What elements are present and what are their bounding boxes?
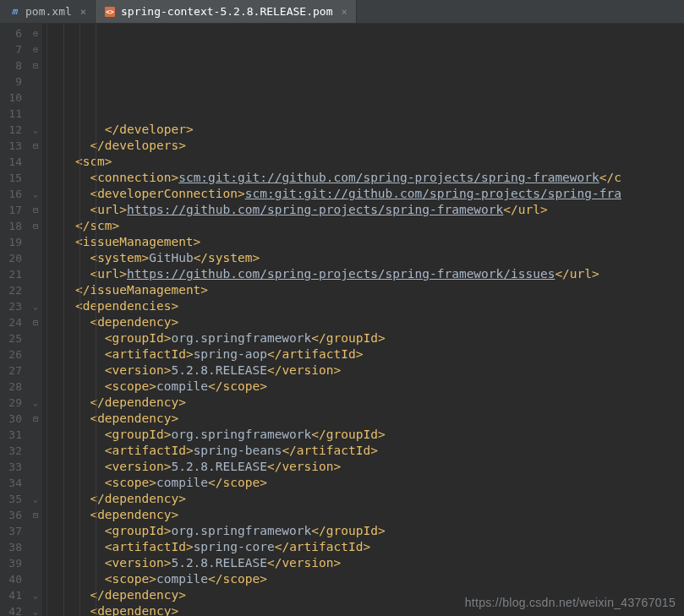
pom-file-icon: <>: [104, 6, 116, 18]
tab-pom-xml[interactable]: m pom.xml ×: [0, 0, 96, 23]
watermark-text: https://blog.csdn.net/weixin_43767015: [465, 596, 676, 609]
code-area[interactable]: </developer> </developers> <scm> <connec…: [42, 24, 684, 616]
tab-spring-context-pom[interactable]: <> spring-context-5.2.8.RELEASE.pom ×: [96, 0, 357, 23]
close-icon[interactable]: ×: [80, 6, 86, 18]
close-icon[interactable]: ×: [341, 6, 347, 18]
code-editor[interactable]: 6789101112131415161718192021222324252627…: [0, 24, 684, 616]
line-number-gutter: 6789101112131415161718192021222324252627…: [0, 24, 29, 616]
tab-label: spring-context-5.2.8.RELEASE.pom: [121, 5, 332, 18]
maven-icon: m: [8, 6, 20, 18]
svg-text:<>: <>: [106, 8, 114, 16]
fold-column: ⊖⊖⊟ ⌄⊟ ⌄⊟⊟ ⌄⊟ ⌄⊟ ⌄⊟ ⌄⌄: [29, 24, 42, 616]
tab-label: pom.xml: [25, 5, 72, 18]
editor-tabs: m pom.xml × <> spring-context-5.2.8.RELE…: [0, 0, 684, 24]
